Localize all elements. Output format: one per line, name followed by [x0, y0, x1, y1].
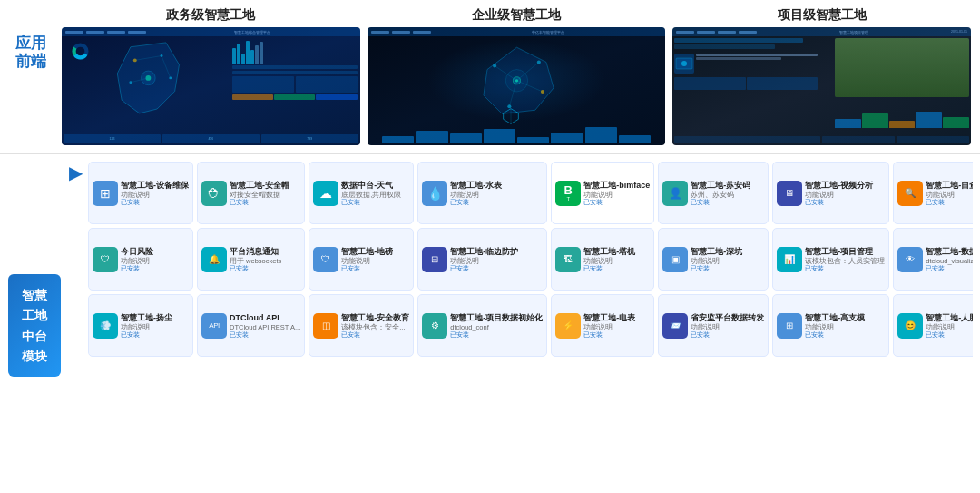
module-name-2: 数据中台-天气: [341, 181, 409, 191]
module-desc-6: 功能说明: [805, 191, 885, 199]
module-status-23: 已安装: [583, 331, 650, 339]
module-card-17[interactable]: 👁 智慧工地-数据可视化 dtcloud_visualization 已安装: [893, 228, 973, 291]
ent-screen-content: 中亿丰智能管理平台: [368, 27, 666, 145]
module-desc-7: 功能说明: [926, 191, 973, 199]
svg-point-22: [536, 61, 540, 64]
module-icon-22: ⚙: [422, 313, 447, 339]
module-name-22: 智慧工地-项目数据初始化: [450, 313, 543, 323]
module-card-0[interactable]: ⊞ 智慧工地-设备维保 功能说明 已安装: [88, 162, 193, 224]
svg-point-29: [681, 61, 687, 66]
module-card-11[interactable]: 🔔 平台消息通知 用于 websockets 已安装: [197, 228, 305, 291]
module-info-2: 数据中台-天气 底层数据,共用权限 已安装: [341, 181, 409, 205]
ent-title: 企业级智慧工地: [472, 7, 561, 24]
module-desc-22: dtcloud_conf: [450, 323, 543, 331]
module-desc-15: 功能说明: [691, 257, 764, 265]
module-card-6[interactable]: 🖥 智慧工地-视频分析 功能说明 已安装: [772, 162, 889, 224]
module-status-5: 已安装: [691, 199, 764, 206]
module-icon-23: ⚡: [555, 313, 581, 339]
proj-screen-content: 智慧工地项目管理 2021-01-01: [672, 27, 971, 145]
bimface-icon: B T: [555, 181, 581, 206]
module-status-21: 已安装: [341, 331, 409, 339]
module-card-20[interactable]: 💨 智慧工地-扬尘 功能说明 已安装: [88, 294, 193, 357]
module-card-5[interactable]: 👤 智慧工地-苏安码 苏州、苏安码 已安装: [658, 162, 769, 224]
module-status-26: 已安装: [926, 331, 973, 339]
module-name-16: 智慧工地-项目管理: [805, 247, 885, 257]
gov-stats: 123 456 789: [64, 134, 358, 143]
module-info-22: 智慧工地-项目数据初始化 dtcloud_conf 已安装: [450, 313, 543, 338]
proj-left: [674, 38, 818, 90]
module-name-5: 智慧工地-苏安码: [691, 181, 764, 191]
module-status-14: 已安装: [583, 265, 650, 272]
module-card-22[interactable]: ⚙ 智慧工地-项目数据初始化 dtcloud_conf 已安装: [417, 294, 547, 357]
module-icon-0: ⊞: [93, 181, 118, 206]
module-icon-24: 📨: [662, 313, 688, 339]
module-card-21[interactable]: ◫ 智慧工地-安全教育 该模块包含：安全... 已安装: [309, 294, 414, 357]
module-info-25: 智慧工地-高支模 功能说明 已安装: [805, 313, 885, 338]
gov-charts: [232, 38, 358, 100]
module-card-bimface[interactable]: B T 智慧工地-bimface 功能说明 已安装: [551, 162, 654, 224]
svg-point-7: [161, 54, 163, 57]
gov-screen-content: 智慧工地综合管理平台: [62, 27, 360, 145]
module-info-16: 智慧工地-项目管理 该模块包含：人员实管理 已安装: [805, 247, 885, 271]
module-name-24: 省安监平台数据转发: [691, 313, 764, 323]
module-name-11: 平台消息通知: [230, 247, 300, 257]
module-info-21: 智慧工地-安全教育 该模块包含：安全... 已安装: [341, 313, 409, 338]
module-icon-11: 🔔: [201, 247, 227, 272]
module-card-1[interactable]: ⛑ 智慧工地-安全帽 对接安全帽数据 已安装: [197, 162, 305, 224]
module-info-10: 今日风险 功能说明 已安装: [121, 247, 189, 271]
module-card-25[interactable]: ⊞ 智慧工地-高支模 功能说明 已安装: [772, 294, 889, 357]
module-desc-2: 底层数据,共用权限: [341, 191, 409, 199]
module-icon-21: ◫: [313, 313, 338, 339]
top-section: 应用 前端 政务级智慧工地 智慧工地综合管理平台: [0, 0, 980, 149]
module-info-12: 智慧工地-地磅 功能说明 已安装: [341, 247, 409, 271]
module-status-22: 已安装: [450, 331, 543, 339]
module-status-7: 已安装: [926, 199, 973, 206]
modules-grid: ⊞ 智慧工地-设备维保 功能说明 已安装 ⛑ 智慧工地-安全帽 对接安全帽数据 …: [88, 162, 973, 489]
module-card-10[interactable]: 🛡 今日风险 功能说明 已安装: [88, 228, 193, 291]
module-card-14[interactable]: 🏗 智慧工地-塔机 功能说明 已安装: [551, 228, 654, 291]
module-info-bimface: 智慧工地-bimface 功能说明 已安装: [583, 181, 650, 205]
module-desc-10: 功能说明: [121, 257, 189, 265]
svg-point-23: [540, 90, 544, 94]
app-label: 应用 前端: [15, 35, 46, 72]
module-status-16: 已安装: [805, 265, 885, 272]
module-status-15: 已安装: [691, 265, 764, 272]
module-desc-20: 功能说明: [121, 323, 189, 331]
module-status-1: 已安装: [230, 199, 300, 206]
ent-bottom-bars: [382, 125, 651, 143]
svg-point-21: [493, 64, 496, 68]
svg-point-8: [169, 76, 172, 79]
module-card-23[interactable]: ⚡ 智慧工地-电表 功能说明 已安装: [551, 294, 654, 357]
proj-screen-block: 项目级智慧工地 智慧工地项目管理 2021-01-01: [672, 7, 971, 145]
module-icon-7: 🔍: [897, 181, 923, 206]
module-desc-12: 功能说明: [341, 257, 409, 265]
module-card-16[interactable]: 📊 智慧工地-项目管理 该模块包含：人员实管理 已安装: [772, 228, 889, 291]
module-icon-1: ⛑: [201, 181, 227, 206]
module-info-20: 智慧工地-扬尘 功能说明 已安装: [121, 313, 189, 338]
module-name-17: 智慧工地-数据可视化: [926, 247, 973, 257]
proj-image-area: [835, 38, 969, 97]
module-card-api[interactable]: API DTCloud API DTCloud API,REST A... 已安…: [197, 294, 305, 357]
module-card-26[interactable]: 😊 智慧工地-人脸识别 功能说明 已安装: [893, 294, 973, 357]
module-name-1: 智慧工地-安全帽: [230, 181, 300, 191]
module-desc-1: 对接安全帽数据: [230, 191, 300, 199]
module-card-13[interactable]: ⊟ 智慧工地-临边防护 功能说明 已安装: [417, 228, 547, 291]
gov-screen-block: 政务级智慧工地 智慧工地综合管理平台: [62, 7, 360, 145]
module-name-api: DTCloud API: [230, 313, 300, 323]
module-card-12[interactable]: 🛡 智慧工地-地磅 功能说明 已安装: [309, 228, 414, 291]
module-card-3[interactable]: 💧 智慧工地-水表 功能说明 已安装: [417, 162, 547, 224]
module-info-11: 平台消息通知 用于 websockets 已安装: [230, 247, 300, 271]
module-icon-26: 😊: [897, 313, 923, 339]
ent-screen-image: 中亿丰智能管理平台: [368, 27, 666, 145]
module-card-24[interactable]: 📨 省安监平台数据转发 功能说明 已安装: [658, 294, 769, 357]
module-name-10: 今日风险: [121, 247, 189, 257]
module-icon-5: 👤: [662, 181, 688, 206]
module-card-7[interactable]: 🔍 智慧工地-自查自纠 功能说明 已安装: [893, 162, 973, 224]
module-card-2[interactable]: ☁ 数据中台-天气 底层数据,共用权限 已安装: [309, 162, 414, 224]
module-name-0: 智慧工地-设备维保: [121, 181, 189, 191]
module-card-15[interactable]: ▣ 智慧工地-深坑 功能说明 已安装: [658, 228, 769, 291]
module-icon-10: 🛡: [93, 247, 118, 272]
module-name-21: 智慧工地-安全教育: [341, 313, 409, 323]
module-status-12: 已安装: [341, 265, 409, 272]
proj-title: 项目级智慧工地: [778, 7, 867, 24]
